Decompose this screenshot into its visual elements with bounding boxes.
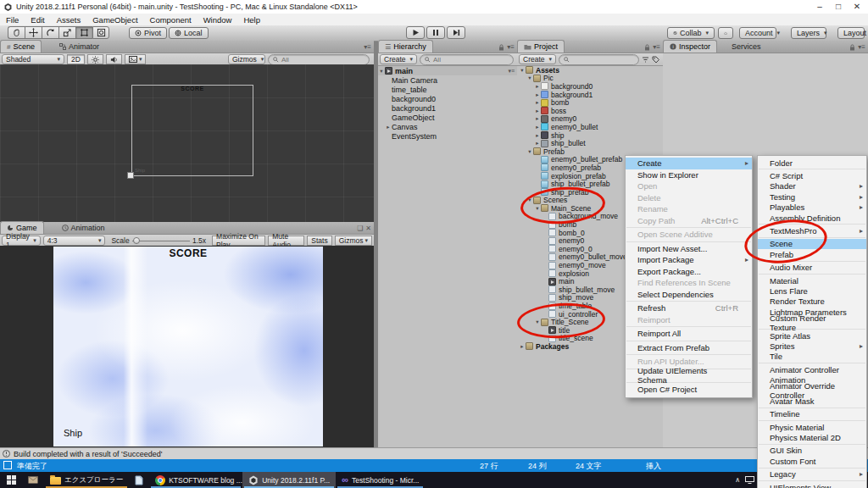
expand-arrow-icon[interactable]: ▸ [534, 140, 541, 147]
effects-dropdown[interactable]: ▾ [125, 54, 147, 64]
menu-item-gui-skin[interactable]: GUI Skin [758, 446, 866, 456]
menu-item-uielements-view[interactable]: UIElements View [758, 482, 866, 488]
project-tree-item[interactable]: ▸boss [517, 107, 663, 115]
menu-item-physics-material-2d[interactable]: Physics Material 2D [758, 432, 866, 442]
tab-animation[interactable]: Animation [56, 222, 111, 234]
project-create-dropdown[interactable]: Create▾ [519, 54, 556, 64]
menu-item-playables[interactable]: Playables▸ [758, 202, 866, 213]
menu-item-animator-controller[interactable]: Animator Controller [758, 364, 866, 374]
account-dropdown[interactable]: Account▾ [739, 27, 776, 39]
menu-item-show-in-explorer[interactable]: Show in Explorer [626, 169, 752, 181]
game-viewport[interactable]: SCORE Ship [0, 246, 374, 447]
panel-menu-icon[interactable]: ▾≡ [858, 43, 865, 51]
hierarchy-item[interactable]: Main Camera [378, 75, 517, 85]
project-tree-item[interactable]: ▸enemy0 [517, 115, 663, 124]
dock-maximize-icon[interactable]: ❏ [357, 225, 363, 232]
tab-animator[interactable]: Animator [53, 41, 105, 53]
project-tree-item[interactable]: ▸background1 [517, 91, 663, 99]
tab-project[interactable]: Project [517, 40, 565, 53]
menu-gameobject[interactable]: GameObject [86, 14, 143, 25]
menu-item-lens-flare[interactable]: Lens Flare [758, 286, 866, 296]
menu-item-custom-font[interactable]: Custom Font [758, 456, 866, 466]
expand-arrow-icon[interactable]: ▸ [534, 99, 541, 106]
tab-scene[interactable]: # Scene [0, 40, 42, 53]
expand-arrow-icon[interactable]: ▾ [526, 197, 533, 203]
menu-item-select-dependencies[interactable]: Select Dependencies [626, 289, 752, 301]
menu-item-create[interactable]: Create▸ [626, 158, 752, 169]
menu-item-export-package[interactable]: Export Package... [626, 266, 752, 278]
lock-icon[interactable] [849, 44, 855, 51]
pause-button[interactable] [426, 26, 445, 39]
pivot-button[interactable]: Pivot [129, 27, 167, 39]
menu-item-material[interactable]: Material [758, 275, 866, 286]
menu-item-assembly-definition[interactable]: Assembly Definition [758, 213, 866, 223]
expand-arrow-icon[interactable]: ▸ [534, 115, 541, 122]
menu-item-c-script[interactable]: C# Script [758, 170, 866, 180]
game-gizmos-dropdown[interactable]: Gizmos▾ [335, 236, 372, 246]
taskbar-button-notepad[interactable] [129, 472, 149, 488]
taskbar-button-visual-studio[interactable]: ∞TestShooting - Micr... [336, 472, 425, 488]
project-tree-item[interactable]: ▸bomb [517, 98, 663, 107]
menu-item-import-new-asset[interactable]: Import New Asset... [626, 243, 752, 255]
menu-item-tile[interactable]: Tile [758, 352, 866, 362]
menu-item-testing[interactable]: Testing▸ [758, 191, 866, 202]
scene-gizmos-dropdown[interactable]: Gizmos▾ [228, 54, 265, 64]
hierarchy-item[interactable]: ▸Canvas [378, 122, 517, 131]
menu-component[interactable]: Component [144, 14, 198, 25]
menu-item-import-package[interactable]: Import Package▸ [626, 254, 752, 266]
project-tree-item[interactable]: ▸enemy0_bullet [517, 123, 663, 131]
rotate-tool-button[interactable] [42, 26, 58, 39]
audio-toggle[interactable] [106, 54, 122, 64]
menu-item-refresh[interactable]: RefreshCtrl+R [626, 302, 752, 314]
menu-item-timeline[interactable]: Timeline [758, 409, 866, 419]
move-tool-button[interactable] [25, 26, 42, 39]
tray-display-icon[interactable] [745, 476, 754, 484]
expand-arrow-icon[interactable]: ▸ [385, 124, 392, 130]
menu-item-sprites[interactable]: Sprites▸ [758, 341, 866, 351]
expand-arrow-icon[interactable]: ▸ [534, 108, 541, 114]
local-button[interactable]: Local [169, 27, 209, 39]
expand-arrow-icon[interactable]: ▸ [534, 124, 541, 130]
menu-item-textmeshpro[interactable]: TextMeshPro▸ [758, 225, 866, 236]
expand-arrow-icon[interactable]: ▾ [526, 148, 533, 155]
scene-viewport[interactable]: SCORE Ship [0, 64, 374, 222]
expand-arrow-icon[interactable]: ▾ [534, 319, 541, 325]
hierarchy-item[interactable]: background0 [378, 94, 517, 103]
taskbar-button-unity[interactable]: Unity 2018.2.11f1 P... [242, 472, 336, 488]
collab-button[interactable]: Collab▾ [667, 27, 715, 39]
project-tree-item[interactable]: ▸background0 [517, 82, 663, 91]
aspect-ratio-dropdown[interactable]: 4:3▾ [43, 236, 106, 246]
search-by-label-icon[interactable] [652, 56, 659, 64]
menu-edit[interactable]: Edit [25, 14, 50, 25]
panel-menu-icon[interactable]: ▾≡ [507, 43, 515, 51]
hierarchy-item[interactable]: time_table [378, 85, 517, 94]
mute-audio-button[interactable]: Mute Audio [268, 236, 304, 246]
hierarchy-create-dropdown[interactable]: Create▾ [380, 54, 417, 64]
expand-arrow-icon[interactable]: ▸ [534, 132, 541, 139]
menu-item-open-c-project[interactable]: Open C# Project [626, 384, 752, 396]
expand-arrow-icon[interactable]: ▾ [526, 75, 533, 81]
menu-help[interactable]: Help [237, 14, 266, 25]
menu-item-animator-override-controller[interactable]: Animator Override Controller [758, 385, 866, 396]
tab-hierarchy[interactable]: ☰ Hierarchy [378, 40, 433, 53]
scale-tool-button[interactable] [58, 26, 75, 39]
panel-menu-icon[interactable]: ▾≡ [653, 43, 660, 51]
lock-icon[interactable] [644, 44, 650, 51]
menu-item-folder[interactable]: Folder [758, 158, 866, 168]
menu-item-sprite-atlas[interactable]: Sprite Atlas [758, 330, 866, 341]
scene-header-menu-icon[interactable]: ▾≡ [508, 68, 515, 75]
hierarchy-scene-root[interactable]: ▾ main ▾≡ [378, 66, 517, 75]
play-button[interactable] [406, 26, 425, 39]
project-tree-item[interactable]: ▸ship_bullet [517, 139, 663, 147]
expand-arrow-icon[interactable]: ▸ [534, 92, 541, 98]
hierarchy-item[interactable]: EventSystem [378, 131, 517, 141]
unity-status-bar[interactable]: Build completed with a result of 'Succee… [0, 447, 868, 459]
canvas-gizmo-rect[interactable]: SCORE Ship [131, 85, 253, 176]
dock-close-icon[interactable]: ✕ [365, 225, 371, 232]
hierarchy-search-input[interactable]: All [420, 54, 514, 65]
menu-file[interactable]: File [0, 14, 25, 25]
project-search-input[interactable] [559, 54, 639, 65]
menu-item-render-texture[interactable]: Render Texture [758, 297, 866, 307]
display-dropdown[interactable]: Display 1▾ [2, 236, 41, 246]
menu-window[interactable]: Window [198, 14, 238, 25]
